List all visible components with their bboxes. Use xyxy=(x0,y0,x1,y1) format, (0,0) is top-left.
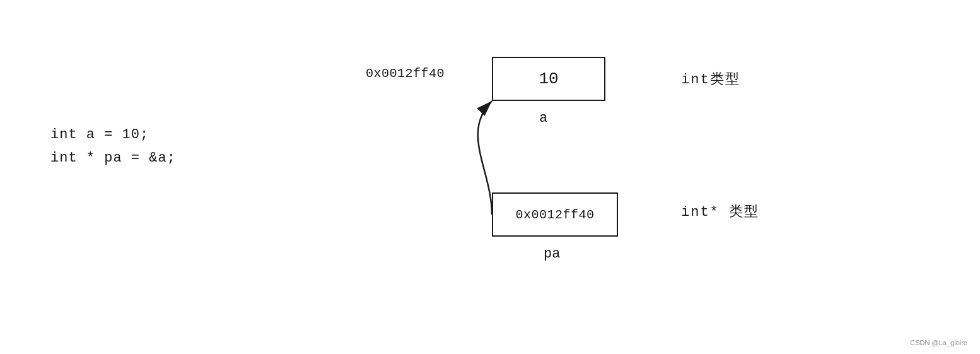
code-line-2: int * pa = &a; xyxy=(50,146,176,170)
type-label-int-ptr: int* 类型 xyxy=(681,202,759,221)
code-block: int a = 10; int * pa = &a; xyxy=(50,123,176,170)
label-pa: pa xyxy=(544,246,560,262)
box-pa-value: 0x0012ff40 xyxy=(515,208,594,222)
type-label-int: int类型 xyxy=(681,69,740,88)
watermark: CSDN @La_gloire xyxy=(910,339,967,346)
box-a: 10 xyxy=(492,57,605,101)
box-pa: 0x0012ff40 xyxy=(492,192,618,237)
label-a: a xyxy=(539,110,547,126)
code-line-1: int a = 10; xyxy=(50,123,176,146)
box-a-value: 10 xyxy=(539,69,558,88)
address-label-a: 0x0012ff40 xyxy=(366,66,445,81)
